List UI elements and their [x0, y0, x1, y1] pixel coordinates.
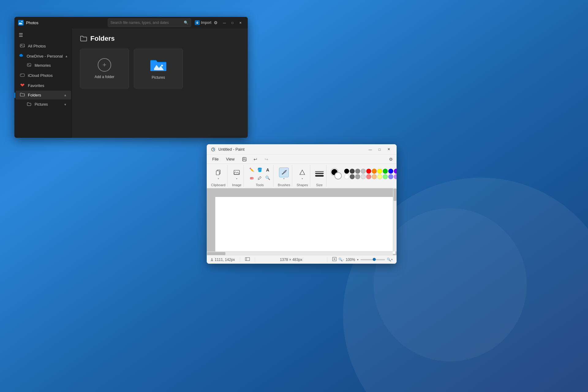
color-swatch-red[interactable]: [366, 169, 371, 174]
brushes-tools: ▾: [279, 165, 289, 183]
import-button[interactable]: Import: [195, 20, 211, 25]
tools-buttons: ✏️ 🪣 A: [248, 165, 271, 183]
paint-titlebar: Untitled - Paint — □ ✕: [207, 144, 397, 155]
brush-button[interactable]: [279, 168, 289, 177]
zoom-out-button[interactable]: 🔍-: [338, 258, 344, 262]
color-swatch-orange[interactable]: [372, 169, 377, 174]
folders-chevron: ▲: [64, 93, 67, 97]
sidebar-item-icloud[interactable]: iCloud Photos: [16, 70, 71, 80]
icloud-label: iCloud Photos: [28, 73, 53, 78]
paint-window-controls: — □ ✕: [366, 145, 393, 154]
statusbar-divider-3: [327, 257, 327, 262]
settings-icon[interactable]: ⚙: [214, 20, 218, 25]
zoom-slider-thumb[interactable]: [373, 258, 376, 261]
sidebar-item-favorites[interactable]: Favorites: [16, 81, 71, 90]
memories-icon: [27, 63, 32, 68]
color-swatch-lightblue[interactable]: [388, 174, 393, 179]
color-swatch-black[interactable]: [344, 169, 349, 174]
photos-search-box[interactable]: 🔍: [108, 18, 191, 27]
file-menu[interactable]: File: [209, 156, 222, 163]
statusbar-divider-1: [240, 257, 240, 262]
import-label: Import: [201, 21, 211, 25]
background-color[interactable]: [334, 172, 342, 179]
magnifier-button[interactable]: 🔍: [264, 174, 271, 182]
save-svg: [242, 157, 247, 162]
pencil-button[interactable]: ✏️: [248, 166, 255, 174]
onedrive-icon: [19, 54, 24, 58]
minimize-button[interactable]: —: [221, 19, 228, 26]
color-swatch-lightred[interactable]: [366, 174, 371, 179]
paint-canvas[interactable]: [215, 197, 395, 254]
sidebar-item-memories[interactable]: Memories: [16, 61, 71, 70]
color-swatch-darkgray[interactable]: [350, 169, 355, 174]
zoom-resize-icon[interactable]: [332, 257, 337, 262]
color-swatch-silver[interactable]: [361, 169, 366, 174]
svg-rect-22: [245, 258, 250, 261]
sidebar-item-pictures[interactable]: Pictures ▼: [16, 100, 71, 109]
paint-menubar: File View ↩ ↪ ⚙: [207, 155, 397, 164]
color-swatch-purple[interactable]: [394, 169, 397, 174]
photos-search-input[interactable]: [111, 21, 184, 25]
color-swatch-lightgray[interactable]: [361, 174, 366, 179]
paint-close-button[interactable]: ✕: [384, 145, 393, 154]
folders-title: Folders: [90, 35, 115, 43]
clipboard-tools: ▾: [213, 165, 223, 183]
vertical-scrollbar[interactable]: [393, 188, 397, 251]
pictures-folder-icon: [27, 102, 32, 107]
text-button[interactable]: A: [264, 166, 271, 174]
photos-app-icon: [18, 20, 24, 25]
undo-button[interactable]: ↩: [251, 155, 260, 164]
hamburger-menu[interactable]: ☰: [14, 30, 72, 40]
color-swatch-lightorange[interactable]: [372, 174, 377, 179]
zoom-slider[interactable]: [360, 259, 385, 260]
paint-maximize-button[interactable]: □: [375, 145, 384, 154]
colors-panel: [344, 169, 397, 179]
sidebar-item-folders[interactable]: Folders ▲: [16, 91, 71, 100]
add-folder-card[interactable]: + Add a folder: [80, 49, 129, 89]
color-swatch-green[interactable]: [383, 169, 388, 174]
memories-label: Memories: [35, 63, 51, 68]
paint-settings-icon[interactable]: ⚙: [388, 156, 394, 163]
redo-button[interactable]: ↪: [262, 155, 271, 164]
folders-label: Folders: [28, 93, 41, 97]
color-swatch-medgray[interactable]: [355, 174, 360, 179]
shapes-chevron: ▾: [302, 177, 303, 180]
pictures-folder-card[interactable]: Pictures: [134, 49, 183, 89]
color-row-2: [344, 174, 397, 179]
photos-sidebar: ☰ All Photos On: [14, 28, 73, 138]
image-tools: ▾: [232, 165, 242, 183]
color-swatch-yellow[interactable]: [377, 169, 382, 174]
sidebar-item-all-photos[interactable]: All Photos: [16, 41, 71, 51]
shapes-button[interactable]: [297, 168, 307, 177]
color-swatch-lightgreen[interactable]: [383, 174, 388, 179]
color-swatch-darkgray2[interactable]: [350, 174, 355, 179]
color-swatch-lightyellow[interactable]: [377, 174, 382, 179]
zoom-in-button[interactable]: 🔍+: [387, 258, 393, 262]
svg-rect-18: [250, 177, 253, 179]
view-menu[interactable]: View: [223, 156, 238, 163]
zoom-dropdown-arrow[interactable]: ▾: [357, 258, 359, 261]
color-picker-button[interactable]: [256, 174, 263, 182]
statusbar-dimensions: 1378 × 483px: [260, 258, 322, 262]
color-swatch-white[interactable]: [344, 174, 349, 179]
horizontal-scrollbar[interactable]: [207, 251, 393, 255]
statusbar-resize-icon[interactable]: [245, 257, 250, 262]
close-button[interactable]: ✕: [237, 19, 244, 26]
color-selected-pair[interactable]: [331, 168, 342, 179]
svg-rect-16: [216, 171, 219, 175]
color-swatch-blue[interactable]: [388, 169, 393, 174]
sidebar-section-onedrive[interactable]: OneDrive - Personal ▲: [14, 52, 72, 60]
image-button[interactable]: [232, 168, 242, 177]
add-folder-label: Add a folder: [95, 75, 115, 79]
eraser-button[interactable]: [248, 174, 255, 182]
clipboard-button[interactable]: [213, 168, 223, 177]
photos-main: Folders + Add a folder P: [73, 28, 248, 138]
maximize-button[interactable]: □: [229, 19, 236, 26]
color-swatch-lightpurple[interactable]: [394, 174, 397, 179]
save-icon[interactable]: [240, 155, 249, 164]
color-swatch-gray[interactable]: [355, 169, 360, 174]
fill-button[interactable]: 🪣: [256, 166, 263, 174]
dimensions-value: 1378 × 483px: [280, 258, 302, 262]
paint-minimize-button[interactable]: —: [366, 145, 375, 154]
paint-canvas-wrapper: [207, 188, 397, 255]
